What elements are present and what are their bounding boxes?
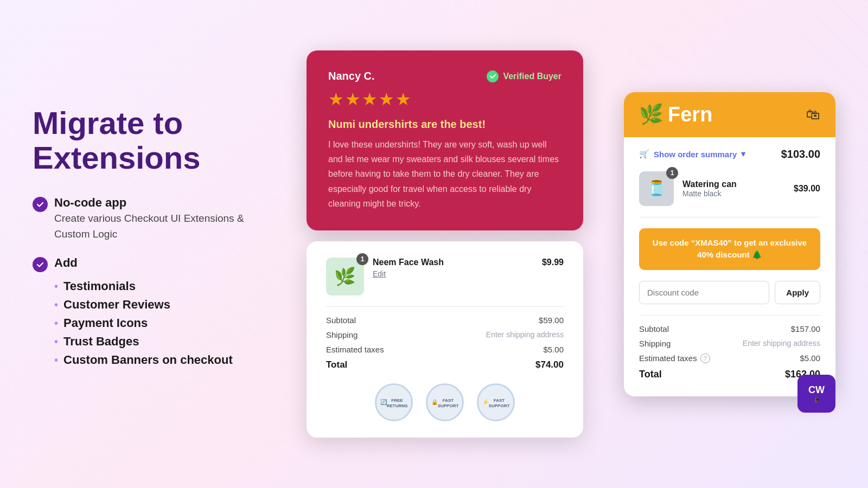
order-card: 🌿 1 Neem Face Wash Edit $9.99 Subtotal $…	[307, 241, 583, 438]
cart-small-icon: 🛒	[639, 149, 649, 159]
middle-section: Nancy C. Verified Buyer ★★★★★ Numi under…	[307, 50, 583, 438]
cart-icon[interactable]: 🛍	[806, 106, 820, 123]
sub-feature-payment: Payment Icons	[54, 314, 233, 332]
reviewer-name: Nancy C.	[328, 70, 375, 82]
fern-shipping-row: Shipping Enter shipping address	[639, 339, 820, 348]
order-summary-total: $103.00	[781, 148, 820, 160]
taxes-row: Estimated taxes $5.00	[326, 345, 564, 354]
sub-feature-testimonials: Testimonials	[54, 277, 233, 296]
fern-body: 🛒 Show order summary ▾ $103.00 🫙 1 Water…	[624, 137, 835, 396]
product-image-wrap: 🌿 1	[326, 258, 364, 296]
fern-subtotal-row: Subtotal $157.00	[639, 324, 820, 333]
feature-no-code-label: No-code app	[54, 195, 266, 211]
apply-button[interactable]: Apply	[775, 281, 820, 304]
review-text: I love these undershirts! They are very …	[328, 137, 561, 211]
shipping-row: Shipping Enter shipping address	[326, 330, 564, 339]
feature-add: Add Testimonials Customer Reviews Paymen…	[33, 255, 266, 369]
fern-order-rows: Subtotal $157.00 Shipping Enter shipping…	[639, 315, 820, 380]
trust-badge-support-2: ⚡ FAST SUPPORT	[477, 383, 515, 421]
cw-badge-icon: 🎩	[813, 397, 820, 403]
order-product-row: 🌿 1 Neem Face Wash Edit $9.99	[326, 258, 564, 296]
order-summary-toggle: 🛒 Show order summary ▾ $103.00	[639, 148, 820, 160]
fern-product-variant: Matte black	[682, 189, 785, 198]
product-name: Neem Face Wash	[373, 258, 444, 267]
order-summary-link[interactable]: 🛒 Show order summary ▾	[639, 149, 745, 159]
main-title: Migrate to Extensions	[33, 106, 266, 175]
sub-feature-reviews: Customer Reviews	[54, 296, 233, 314]
fern-taxes-row: Estimated taxes ? $5.00	[639, 354, 820, 363]
taxes-question: Estimated taxes ?	[639, 354, 710, 363]
trust-badge-support-1: 🔒 FAST SUPPORT	[426, 383, 464, 421]
fern-header: 🌿 Fern 🛍	[624, 92, 835, 137]
chevron-down-icon: ▾	[741, 149, 745, 159]
left-section: Migrate to Extensions No-code app Create…	[33, 106, 266, 382]
fern-product-image: 🫙 1	[639, 171, 674, 206]
sub-feature-list: Testimonials Customer Reviews Payment Ic…	[54, 277, 233, 369]
fern-logo-icon: 🌿	[639, 103, 663, 126]
feature-no-code-sublabel: Create various Checkout UI Extensions & …	[54, 211, 266, 242]
feature-add-label: Add	[54, 255, 233, 272]
order-divider	[326, 306, 564, 307]
discount-input[interactable]	[639, 281, 769, 304]
feature-list: No-code app Create various Checkout UI E…	[33, 195, 266, 370]
check-icon-add	[33, 257, 48, 272]
fern-product-badge: 1	[666, 167, 678, 179]
subtotal-row: Subtotal $59.00	[326, 316, 564, 325]
fern-product-price: $39.00	[794, 184, 820, 194]
cw-badge: CW 🎩	[797, 375, 835, 413]
fern-logo: 🌿 Fern	[639, 103, 712, 126]
verified-icon	[487, 70, 499, 82]
total-row: Total $74.00	[326, 359, 564, 370]
check-icon	[33, 197, 48, 212]
fern-logo-text: Fern	[668, 103, 712, 126]
fern-product-details: Watering can Matte black	[682, 179, 785, 198]
verified-badge: Verified Buyer	[487, 70, 561, 82]
trust-badges-row: 🔄 FREE RETURNS 🔒 FAST SUPPORT ⚡ FAST SUP…	[326, 383, 564, 421]
star-rating: ★★★★★	[328, 89, 561, 110]
promo-banner: Use code “XMAS40” to get an exclusive 40…	[639, 228, 820, 270]
fern-product-row: 🫙 1 Watering can Matte black $39.00	[639, 171, 820, 217]
right-section: 🌿 Fern 🛍 🛒 Show order summary ▾ $103.00 …	[624, 92, 835, 396]
review-card: Nancy C. Verified Buyer ★★★★★ Numi under…	[307, 50, 583, 230]
sub-feature-banners: Custom Banners on checkout	[54, 351, 233, 369]
sub-feature-trust: Trust Badges	[54, 332, 233, 351]
edit-link[interactable]: Edit	[373, 269, 444, 278]
feature-no-code: No-code app Create various Checkout UI E…	[33, 195, 266, 242]
taxes-help-icon[interactable]: ?	[700, 354, 710, 363]
review-header: Nancy C. Verified Buyer	[328, 70, 561, 82]
review-title: Numi undershirts are the best!	[328, 118, 561, 131]
fern-product-name: Watering can	[682, 179, 785, 189]
fern-total-row: Total $162.00	[639, 369, 820, 380]
discount-row: Apply	[639, 281, 820, 304]
order-product-info: 🌿 1 Neem Face Wash Edit	[326, 258, 444, 296]
trust-badge-returns: 🔄 FREE RETURNS	[375, 383, 413, 421]
fern-card: 🌿 Fern 🛍 🛒 Show order summary ▾ $103.00 …	[624, 92, 835, 396]
product-price: $9.99	[542, 258, 564, 267]
product-quantity-badge: 1	[356, 253, 368, 265]
